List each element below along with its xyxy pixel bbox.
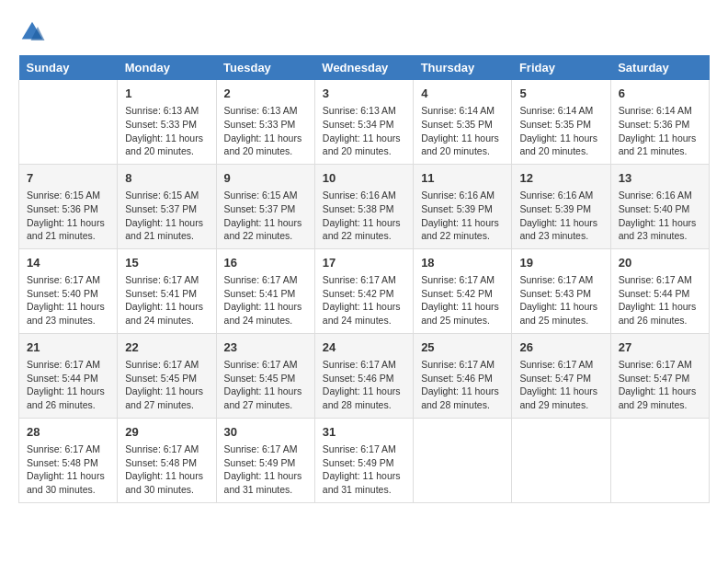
day-info-daylight: Daylight: 11 hours and 23 minutes. <box>619 216 701 243</box>
day-info-sunset: Sunset: 5:33 PM <box>125 118 208 132</box>
column-header-sunday: Sunday <box>19 55 118 80</box>
day-info-sunset: Sunset: 5:42 PM <box>421 287 504 301</box>
day-number: 8 <box>125 170 208 187</box>
day-info: Sunrise: 6:17 AM <box>27 273 109 287</box>
day-info-daylight: Daylight: 11 hours and 30 minutes. <box>27 469 109 496</box>
calendar-cell: 12Sunrise: 6:16 AMSunset: 5:39 PMDayligh… <box>512 164 610 248</box>
day-info: Sunrise: 6:13 AM <box>323 104 405 118</box>
calendar-cell: 8Sunrise: 6:15 AMSunset: 5:37 PMDaylight… <box>118 164 216 248</box>
day-info: Sunrise: 6:17 AM <box>125 273 208 287</box>
calendar-cell: 26Sunrise: 6:17 AMSunset: 5:47 PMDayligh… <box>512 333 610 418</box>
day-info-daylight: Daylight: 11 hours and 27 minutes. <box>224 385 307 411</box>
day-info-sunset: Sunset: 5:43 PM <box>519 287 602 301</box>
day-number: 16 <box>224 255 307 271</box>
day-number: 25 <box>421 339 504 356</box>
day-number: 14 <box>27 255 109 271</box>
day-info-daylight: Daylight: 11 hours and 22 minutes. <box>421 216 504 243</box>
day-number: 11 <box>421 170 504 187</box>
day-info-daylight: Daylight: 11 hours and 22 minutes. <box>224 216 307 243</box>
calendar-cell: 15Sunrise: 6:17 AMSunset: 5:41 PMDayligh… <box>118 248 216 333</box>
day-number: 15 <box>125 255 208 271</box>
day-info: Sunrise: 6:17 AM <box>125 358 208 372</box>
day-info: Sunrise: 6:17 AM <box>224 273 307 287</box>
day-number: 18 <box>421 255 504 271</box>
day-info: Sunrise: 6:17 AM <box>519 358 602 372</box>
calendar-cell: 31Sunrise: 6:17 AMSunset: 5:49 PMDayligh… <box>314 418 413 502</box>
day-info-sunset: Sunset: 5:34 PM <box>323 118 405 132</box>
day-info-sunset: Sunset: 5:47 PM <box>619 372 701 385</box>
day-number: 10 <box>323 170 405 187</box>
day-info-sunset: Sunset: 5:39 PM <box>421 202 504 216</box>
day-number: 17 <box>323 255 405 271</box>
day-info: Sunrise: 6:17 AM <box>323 442 405 456</box>
day-info-sunset: Sunset: 5:46 PM <box>421 372 504 385</box>
day-info: Sunrise: 6:16 AM <box>323 189 405 202</box>
day-info-sunset: Sunset: 5:33 PM <box>224 118 307 132</box>
day-number: 30 <box>224 424 307 441</box>
day-info-sunset: Sunset: 5:42 PM <box>323 287 405 301</box>
day-info: Sunrise: 6:17 AM <box>323 273 405 287</box>
day-info-daylight: Daylight: 11 hours and 31 minutes. <box>224 469 307 496</box>
day-number: 13 <box>619 170 701 187</box>
day-info: Sunrise: 6:14 AM <box>519 104 602 118</box>
day-info: Sunrise: 6:16 AM <box>421 189 504 202</box>
calendar-cell: 5Sunrise: 6:14 AMSunset: 5:35 PMDaylight… <box>512 80 610 164</box>
day-number: 28 <box>27 424 109 441</box>
day-info-sunset: Sunset: 5:45 PM <box>125 372 208 385</box>
day-info: Sunrise: 6:17 AM <box>323 358 405 372</box>
day-info-daylight: Daylight: 11 hours and 21 minutes. <box>27 216 109 243</box>
calendar-cell <box>414 418 512 502</box>
week-row-2: 7Sunrise: 6:15 AMSunset: 5:36 PMDaylight… <box>19 164 710 248</box>
day-info-daylight: Daylight: 11 hours and 20 minutes. <box>421 132 504 158</box>
day-info-daylight: Daylight: 11 hours and 20 minutes. <box>519 132 602 158</box>
day-info-sunset: Sunset: 5:35 PM <box>421 118 504 132</box>
calendar-cell: 3Sunrise: 6:13 AMSunset: 5:34 PMDaylight… <box>314 80 413 164</box>
day-info-sunset: Sunset: 5:37 PM <box>224 202 307 216</box>
day-number: 6 <box>619 86 701 102</box>
calendar-table: SundayMondayTuesdayWednesdayThursdayFrid… <box>18 55 710 503</box>
column-header-wednesday: Wednesday <box>314 55 413 80</box>
calendar-cell: 2Sunrise: 6:13 AMSunset: 5:33 PMDaylight… <box>216 80 314 164</box>
day-info-sunset: Sunset: 5:48 PM <box>125 456 208 470</box>
column-header-tuesday: Tuesday <box>216 55 314 80</box>
day-info-sunset: Sunset: 5:36 PM <box>619 118 701 132</box>
day-info-sunset: Sunset: 5:46 PM <box>323 372 405 385</box>
calendar-cell: 13Sunrise: 6:16 AMSunset: 5:40 PMDayligh… <box>610 164 709 248</box>
day-number: 29 <box>125 424 208 441</box>
calendar-cell: 30Sunrise: 6:17 AMSunset: 5:49 PMDayligh… <box>216 418 314 502</box>
day-number: 24 <box>323 339 405 356</box>
day-number: 27 <box>619 339 701 356</box>
week-row-5: 28Sunrise: 6:17 AMSunset: 5:48 PMDayligh… <box>19 418 710 502</box>
day-info: Sunrise: 6:13 AM <box>125 104 208 118</box>
day-info-daylight: Daylight: 11 hours and 26 minutes. <box>27 385 109 411</box>
column-header-thursday: Thursday <box>414 55 512 80</box>
day-info-sunset: Sunset: 5:47 PM <box>519 372 602 385</box>
day-info: Sunrise: 6:17 AM <box>27 358 109 372</box>
day-number: 23 <box>224 339 307 356</box>
calendar-cell: 22Sunrise: 6:17 AMSunset: 5:45 PMDayligh… <box>118 333 216 418</box>
day-info-daylight: Daylight: 11 hours and 30 minutes. <box>125 469 208 496</box>
calendar-cell: 16Sunrise: 6:17 AMSunset: 5:41 PMDayligh… <box>216 248 314 333</box>
column-header-friday: Friday <box>512 55 610 80</box>
day-info-sunset: Sunset: 5:36 PM <box>27 202 109 216</box>
day-number: 2 <box>224 86 307 102</box>
logo-icon <box>18 18 46 46</box>
calendar-cell: 7Sunrise: 6:15 AMSunset: 5:36 PMDaylight… <box>19 164 118 248</box>
day-info-sunset: Sunset: 5:41 PM <box>224 287 307 301</box>
day-info-daylight: Daylight: 11 hours and 22 minutes. <box>323 216 405 243</box>
day-info: Sunrise: 6:17 AM <box>619 273 701 287</box>
day-info: Sunrise: 6:14 AM <box>421 104 504 118</box>
day-info: Sunrise: 6:17 AM <box>224 358 307 372</box>
calendar-cell: 18Sunrise: 6:17 AMSunset: 5:42 PMDayligh… <box>414 248 512 333</box>
day-number: 7 <box>27 170 109 187</box>
day-number: 20 <box>619 255 701 271</box>
day-info-sunset: Sunset: 5:49 PM <box>323 456 405 470</box>
day-info: Sunrise: 6:17 AM <box>421 358 504 372</box>
day-info-sunset: Sunset: 5:49 PM <box>224 456 307 470</box>
logo <box>18 18 50 46</box>
day-info-sunset: Sunset: 5:44 PM <box>619 287 701 301</box>
day-info-sunset: Sunset: 5:45 PM <box>224 372 307 385</box>
day-info-daylight: Daylight: 11 hours and 23 minutes. <box>519 216 602 243</box>
day-number: 9 <box>224 170 307 187</box>
day-info-daylight: Daylight: 11 hours and 24 minutes. <box>323 300 405 327</box>
